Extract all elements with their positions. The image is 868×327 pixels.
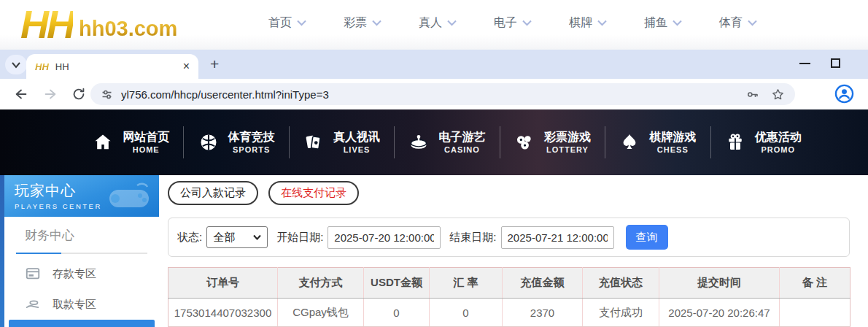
cell-exchange-rate: 0 [430,299,503,327]
window-maximize-button[interactable] [831,58,840,68]
cell-recharge-amount: 2370 [503,299,583,327]
col-recharge-amount: 充值金额 [503,268,583,299]
logo-domain-text: hh03.com [79,17,177,41]
chevron-down-icon [522,20,532,26]
sidebar: 玩家中心 PLAYERS CENTER 财务中心 存款专区 [4,175,159,327]
top-menu-item-sports[interactable]: 体育 [719,15,757,31]
record-type-tabs: 公司入款记录 在线支付记录 [168,181,359,205]
url-text[interactable]: yl756.com/hhcp/usercenter.html?iniType=3 [121,88,329,101]
cell-payment-method: CGpay钱包 [278,299,364,327]
chevron-down-icon [447,20,457,26]
start-date-label: 开始日期: [276,231,323,245]
end-date-input[interactable] [501,226,614,249]
chevron-down-icon [673,20,682,26]
online-payment-records-button[interactable]: 在线支付记录 [268,181,359,205]
game-nav-bar: 网站首页HOME 体育竞技SPORTS 真人视讯LIVES [0,109,868,175]
cards-icon [303,132,324,153]
browser-tab[interactable]: HH HH × [26,54,198,79]
password-key-icon[interactable] [745,88,759,101]
chevron-down-icon [748,20,757,26]
top-menu-item-slots[interactable]: 电子 [494,15,532,31]
table-header-row: 订单号 支付方式 USDT金额 汇 率 充值金额 充值状态 提交时间 备 注 [168,268,850,299]
cell-recharge-status: 支付成功 [583,299,659,327]
start-date-input[interactable] [328,226,441,249]
roulette-icon [408,132,429,153]
address-bar[interactable]: yl756.com/hhcp/usercenter.html?iniType=3 [90,83,795,105]
withdraw-hand-icon [25,296,41,312]
nav-item-chess[interactable]: 棋牌游戏CHESS [605,130,710,155]
bookmark-star-icon[interactable] [771,88,785,101]
sports-ball-icon [198,132,219,153]
top-menu-item-fishing[interactable]: 捕鱼 [644,15,682,31]
browser-tab-strip: HH HH × + [0,50,868,79]
company-deposit-records-button[interactable]: 公司入款记录 [168,181,258,205]
nav-item-lives[interactable]: 真人视讯LIVES [290,130,394,155]
tab-favicon-icon: HH [35,61,49,72]
sidebar-item-deposit[interactable]: 存款专区 [4,258,159,289]
chevron-down-icon [253,234,261,240]
forward-icon[interactable] [42,86,58,102]
col-submit-time: 提交时间 [659,268,780,299]
players-center-banner: 玩家中心 PLAYERS CENTER [4,175,159,217]
top-menu-item-chess[interactable]: 棋牌 [569,15,607,31]
omnibox-actions [745,88,785,101]
status-label: 状态: [177,231,202,245]
lottery-balls-icon [514,132,535,153]
col-remarks: 备 注 [780,268,850,299]
finance-section-title: 财务中心 [25,227,159,244]
profile-avatar-icon[interactable] [834,84,854,104]
section-underline [16,253,147,254]
records-table: 订单号 支付方式 USDT金额 汇 率 充值金额 充值状态 提交时间 备 注 1… [168,267,850,327]
site-header: HH hh03.com 首页 彩票 真人 电子 棋牌 [0,0,868,50]
cell-usdt-amount: 0 [364,299,430,327]
tab-search-button[interactable] [5,55,27,74]
logo-hh-text: HH [20,1,73,47]
col-order-number: 订单号 [168,268,278,299]
nav-item-casino[interactable]: 电子游艺CASINO [395,130,499,155]
gift-icon [725,132,745,153]
col-payment-method: 支付方式 [278,268,364,299]
home-icon [93,132,113,153]
app-window: HH hh03.com 首页 彩票 真人 电子 棋牌 [0,0,868,327]
nav-item-promo[interactable]: 优惠活动PROMO [711,130,815,155]
deposit-card-icon [25,266,41,282]
cell-submit-time: 2025-07-20 20:26:47 [659,299,780,327]
chevron-down-icon [597,20,607,26]
chevron-down-icon [297,20,306,26]
table-row: 1753014407032300 CGpay钱包 0 0 2370 支付成功 2… [168,299,850,327]
spade-icon [619,132,640,153]
reload-icon[interactable] [71,86,87,102]
chevron-down-icon [372,20,381,26]
site-logo[interactable]: HH hh03.com [20,1,177,47]
col-usdt-amount: USDT金额 [364,268,430,299]
nav-item-home[interactable]: 网站首页HOME [79,130,183,155]
col-exchange-rate: 汇 率 [430,268,503,299]
records-table-panel: 订单号 支付方式 USDT金额 汇 率 充值金额 充值状态 提交时间 备 注 1… [168,267,850,327]
site-settings-icon[interactable] [101,88,113,101]
top-menu-item-lottery[interactable]: 彩票 [344,15,381,31]
tab-title: HH [55,61,69,72]
window-minimize-button[interactable] [799,63,810,64]
new-tab-button[interactable]: + [210,55,219,73]
sidebar-item-withdraw[interactable]: 取款专区 [4,289,159,320]
chevron-down-icon [11,60,21,70]
sidebar-item-recharge-records[interactable]: 充值记录 › [9,320,155,327]
nav-item-sports[interactable]: 体育竞技SPORTS [184,130,288,155]
back-icon[interactable] [13,86,29,102]
browser-toolbar: yl756.com/hhcp/usercenter.html?iniType=3 [0,79,868,109]
cell-order-number: 1753014407032300 [168,299,278,327]
main-content: 公司入款记录 在线支付记录 状态: 全部 开始日期: 结束日期: 查询 [159,175,868,327]
top-menu-item-home[interactable]: 首页 [268,15,306,31]
end-date-label: 结束日期: [449,231,496,245]
cell-remarks [780,299,850,327]
tab-close-icon[interactable]: × [183,61,190,72]
top-menu-item-live[interactable]: 真人 [419,15,457,31]
query-button[interactable]: 查询 [626,225,668,250]
col-recharge-status: 充值状态 [583,268,659,299]
top-menu: 首页 彩票 真人 电子 棋牌 捕鱼 [268,0,757,45]
status-select[interactable]: 全部 [206,226,268,248]
nav-item-lottery[interactable]: 彩票游戏LOTTERY [500,130,605,155]
gamepad-icon [105,181,153,213]
filter-panel: 状态: 全部 开始日期: 结束日期: 查询 [168,218,850,257]
